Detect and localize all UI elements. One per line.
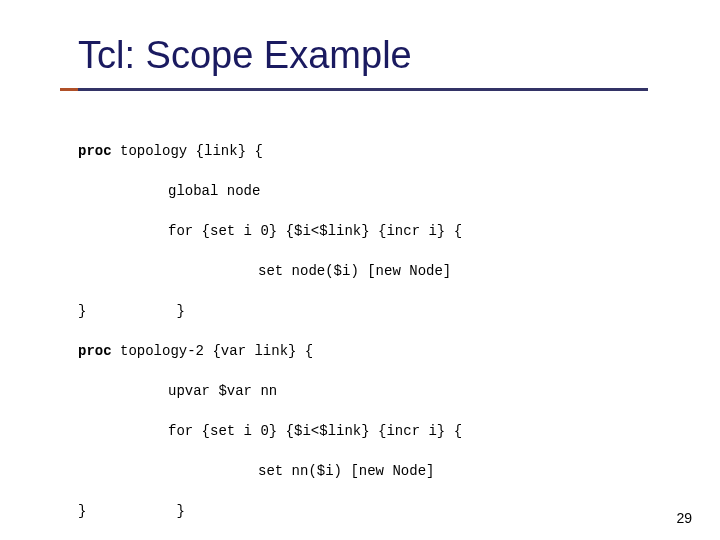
keyword-proc: proc (78, 343, 112, 359)
title-underline (78, 88, 648, 91)
code-line: for {set i 0} {$i<$link} {incr i} { (78, 224, 462, 238)
code-line: }} (78, 304, 462, 318)
code-text: } (86, 504, 184, 518)
slide-title: Tcl: Scope Example (78, 34, 412, 77)
slide: Tcl: Scope Example proc topology {link} … (0, 0, 720, 540)
code-line: }} (78, 504, 462, 518)
code-text: topology {link} { (112, 143, 263, 159)
code-line: proc topology {link} { (78, 144, 462, 158)
code-text: } (86, 304, 184, 318)
keyword-proc: proc (78, 143, 112, 159)
code-text: topology-2 {var link} { (112, 343, 314, 359)
code-line: set nn($i) [new Node] (78, 464, 462, 478)
code-line: set node($i) [new Node] (78, 264, 462, 278)
code-line: upvar $var nn (78, 384, 462, 398)
code-block: proc topology {link} { global node for {… (78, 130, 462, 540)
code-line: for {set i 0} {$i<$link} {incr i} { (78, 424, 462, 438)
code-text: } (78, 503, 86, 519)
title-accent-bar (60, 88, 78, 91)
code-line: proc topology-2 {var link} { (78, 344, 462, 358)
code-text: } (78, 303, 86, 319)
page-number: 29 (676, 510, 692, 526)
code-line: global node (78, 184, 462, 198)
